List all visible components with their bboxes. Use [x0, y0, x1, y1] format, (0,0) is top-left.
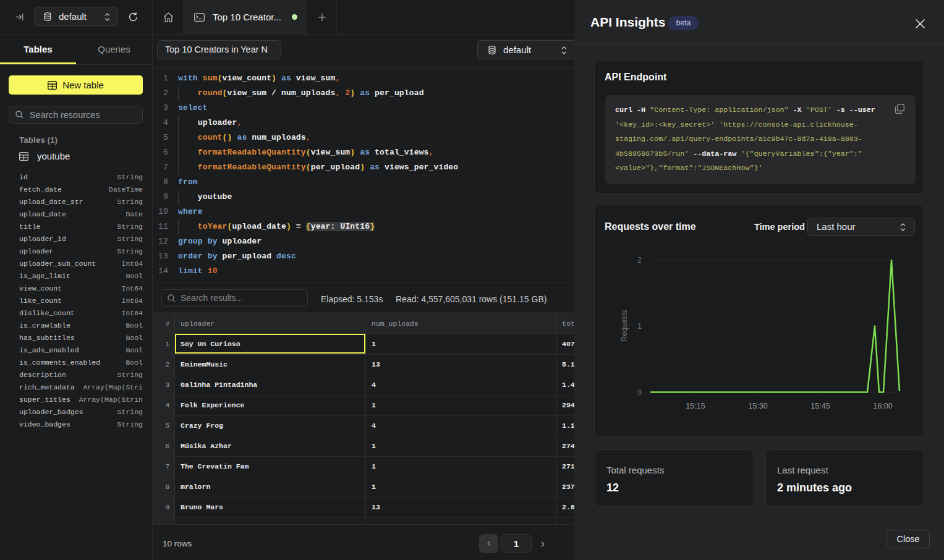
svg-text:15:30: 15:30	[748, 402, 767, 410]
svg-text:1: 1	[637, 322, 642, 331]
svg-text:0: 0	[637, 388, 642, 397]
svg-text:15:45: 15:45	[810, 402, 830, 410]
svg-text:15:15: 15:15	[686, 402, 705, 410]
svg-text:16:00: 16:00	[873, 402, 892, 410]
svg-text:2: 2	[637, 256, 642, 265]
svg-text:Requests: Requests	[620, 310, 629, 342]
